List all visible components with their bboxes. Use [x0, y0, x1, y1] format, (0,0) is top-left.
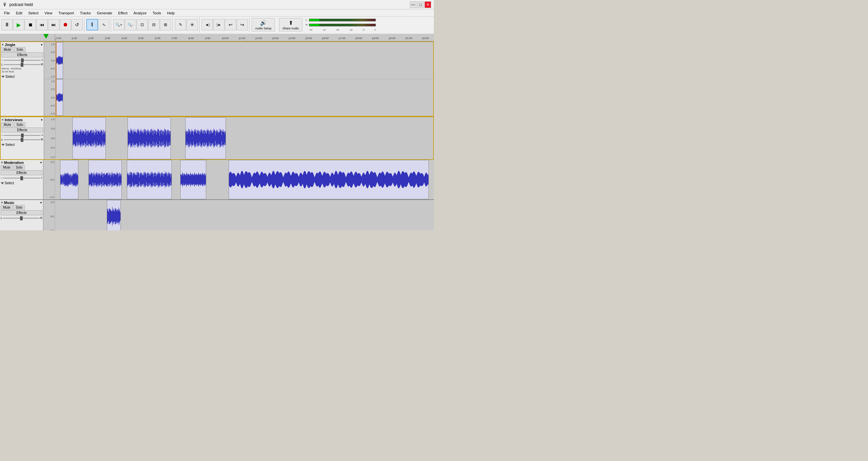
- waveform-area1-jingle[interactable]: [56, 42, 433, 79]
- skip-back-button[interactable]: ⏮: [36, 19, 48, 30]
- gain-plus-jingle: +: [41, 58, 43, 62]
- timeline-ruler[interactable]: -1:001:002:003:004:005:006:007:008:009:0…: [0, 34, 434, 41]
- track-dropdown-music[interactable]: ▼: [40, 201, 42, 204]
- track-close-moderation[interactable]: ✕: [1, 161, 3, 164]
- play-button[interactable]: ▶: [13, 19, 24, 30]
- zoom-selection-button[interactable]: ⊡: [136, 19, 148, 30]
- select-row-moderation[interactable]: Select: [1, 181, 42, 185]
- pan-l-jingle: L: [1, 63, 3, 66]
- playhead1: [56, 42, 56, 79]
- vu-bar-input-l: [309, 19, 376, 21]
- draw-tool-button[interactable]: ✎: [175, 19, 186, 30]
- mod-clip4[interactable]: [180, 160, 206, 199]
- interview-clip2[interactable]: [127, 117, 171, 159]
- mute-button-moderation[interactable]: Mute: [1, 165, 13, 170]
- pan-slider-music[interactable]: [3, 218, 39, 219]
- minimize-button[interactable]: —: [410, 1, 416, 8]
- track-dropdown-moderation[interactable]: ▼: [40, 161, 42, 164]
- music-clip1[interactable]: [107, 200, 121, 230]
- track-header-interviews: ✕ Interviews ▼ Mute Solo Effects − + L: [1, 117, 44, 159]
- pan-r-jingle: R: [41, 63, 43, 66]
- pan-thumb-jingle[interactable]: [21, 63, 23, 67]
- mod-clip3[interactable]: [127, 160, 172, 199]
- select-tool-button[interactable]: I: [87, 19, 98, 30]
- menu-help[interactable]: Help: [164, 10, 178, 16]
- select-row-interviews[interactable]: Select: [1, 143, 43, 147]
- jingle-clip2[interactable]: [56, 79, 63, 116]
- stop-button[interactable]: ⏹: [25, 19, 36, 30]
- pan-slider-interviews[interactable]: [4, 139, 40, 140]
- solo-button-music[interactable]: Solo: [13, 205, 25, 210]
- envelope-tool-button[interactable]: ∿: [98, 19, 110, 30]
- menu-file[interactable]: File: [1, 10, 13, 16]
- trim-right-button[interactable]: |►: [213, 19, 225, 30]
- zoom-fit-button[interactable]: ⊟: [148, 19, 159, 30]
- mute-button-interviews[interactable]: Mute: [1, 122, 13, 127]
- gain-thumb-moderation[interactable]: [20, 176, 23, 180]
- jingle-clip1[interactable]: [56, 42, 63, 79]
- menu-select[interactable]: Select: [26, 10, 41, 16]
- effects-button-moderation[interactable]: Effects: [1, 170, 42, 175]
- track-dropdown-jingle[interactable]: ▼: [40, 43, 43, 47]
- pause-button[interactable]: ⏸: [1, 19, 13, 30]
- redo-button[interactable]: ↪: [237, 19, 248, 30]
- mute-button-jingle[interactable]: Mute: [1, 47, 13, 52]
- waveform-area2-jingle[interactable]: [56, 79, 433, 116]
- track-close-jingle[interactable]: ✕: [1, 43, 4, 47]
- undo-button[interactable]: ↩: [225, 19, 236, 30]
- menu-analyze[interactable]: Analyze: [131, 10, 149, 16]
- zoom-in-button[interactable]: 🔍+: [113, 19, 124, 30]
- gain-slider-moderation[interactable]: [3, 178, 40, 179]
- pan-slider-jingle[interactable]: [4, 64, 40, 65]
- gain-slider-interviews[interactable]: [4, 135, 40, 136]
- track-buttons-interviews: Mute Solo: [1, 122, 43, 127]
- waveform-music[interactable]: [55, 200, 434, 230]
- gain-slider-jingle[interactable]: [4, 60, 40, 61]
- select-row-jingle[interactable]: Select: [1, 75, 43, 79]
- menu-generate[interactable]: Generate: [94, 10, 115, 16]
- menu-view[interactable]: View: [42, 10, 55, 16]
- interview-clip1[interactable]: [72, 117, 106, 159]
- zoom-project-button[interactable]: ⊞: [160, 19, 171, 30]
- solo-button-moderation[interactable]: Solo: [13, 165, 25, 170]
- effects-button-jingle[interactable]: Effects: [1, 53, 43, 57]
- gain-thumb-interviews[interactable]: [21, 133, 24, 137]
- menu-tools[interactable]: Tools: [150, 10, 164, 16]
- menu-edit[interactable]: Edit: [13, 10, 25, 16]
- zoom-out-button[interactable]: 🔍-: [125, 19, 136, 30]
- track-dropdown-interviews[interactable]: ▼: [40, 119, 43, 122]
- track-moderation: ✕ Moderation ▼ Mute Solo Effects − + Sel…: [0, 160, 434, 200]
- pan-thumb-music[interactable]: [20, 216, 23, 220]
- mute-button-music[interactable]: Mute: [1, 205, 13, 210]
- multi-tool-button[interactable]: ✳: [187, 19, 198, 30]
- effects-button-interviews[interactable]: Effects: [1, 127, 43, 132]
- waveform-moderation[interactable]: [55, 160, 434, 199]
- ruler-marks: -1:001:002:003:004:005:006:007:008:009:0…: [55, 34, 434, 41]
- menu-transport[interactable]: Transport: [56, 10, 77, 16]
- mod-clip1[interactable]: [60, 160, 79, 199]
- interview-clip3[interactable]: [185, 117, 226, 159]
- effects-button-music[interactable]: Effects: [1, 210, 42, 215]
- gain-thumb-jingle[interactable]: [21, 58, 24, 62]
- skip-forward-button[interactable]: ⏭: [48, 19, 59, 30]
- maximize-button[interactable]: □: [417, 1, 424, 8]
- track-close-music[interactable]: ✕: [1, 201, 3, 204]
- loop-button[interactable]: ↺: [71, 19, 83, 30]
- audio-setup-button[interactable]: 🔊 Audio Setup: [252, 18, 275, 31]
- audio-setup-label: Audio Setup: [255, 27, 271, 30]
- waveform-interviews[interactable]: [56, 117, 433, 159]
- record-button[interactable]: ⏺: [60, 19, 71, 30]
- track-title-row-jingle: ✕ Jingle ▼: [1, 43, 43, 47]
- solo-button-jingle[interactable]: Solo: [14, 47, 25, 52]
- share-audio-button[interactable]: ⬆ Share Audio: [279, 18, 302, 31]
- close-button[interactable]: ✕: [425, 1, 431, 8]
- mod-clip5[interactable]: [228, 160, 429, 199]
- solo-button-interviews[interactable]: Solo: [14, 122, 25, 127]
- gain-plus-interviews: +: [41, 133, 43, 137]
- trim-left-button[interactable]: ◄|: [202, 19, 213, 30]
- pan-thumb-interviews[interactable]: [21, 138, 23, 142]
- track-close-interviews[interactable]: ✕: [1, 118, 4, 122]
- mod-clip2[interactable]: [88, 160, 122, 199]
- menu-effect[interactable]: Effect: [116, 10, 130, 16]
- menu-tracks[interactable]: Tracks: [78, 10, 94, 16]
